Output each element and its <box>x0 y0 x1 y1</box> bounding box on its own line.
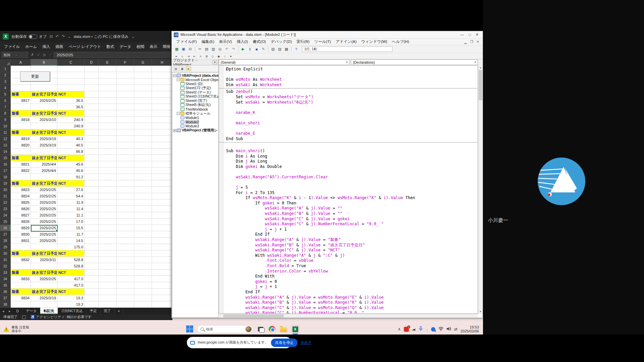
grid-cell[interactable]: 抜き完了日予定日 <box>31 155 57 161</box>
grid-cell[interactable] <box>116 301 134 308</box>
grid-cell[interactable] <box>99 91 116 98</box>
grid-cell[interactable] <box>134 168 152 174</box>
grid-cell[interactable]: 2025/3/10 <box>31 117 57 123</box>
grid-cell[interactable] <box>152 250 172 257</box>
antenna-icon[interactable]: ⌔ <box>426 327 428 331</box>
grid-cell[interactable] <box>152 142 172 148</box>
grid-cell[interactable] <box>85 199 99 206</box>
row-header-18[interactable]: 18 <box>0 174 11 180</box>
project-close-icon[interactable]: ✕ <box>213 60 217 64</box>
grid-cell[interactable] <box>116 91 134 98</box>
grid-cell[interactable] <box>152 238 172 244</box>
row-header-1[interactable]: 1 <box>0 66 11 72</box>
grid-cell[interactable] <box>31 174 57 180</box>
view-object-icon[interactable]: ▣ <box>179 66 185 71</box>
undo-icon[interactable]: ↶ <box>56 34 59 39</box>
sheet-tab-転記先[interactable]: 転記先 <box>40 308 58 314</box>
grid-cell[interactable]: 抜き完了日予定日 <box>31 269 57 276</box>
grid-cell[interactable] <box>99 219 116 225</box>
grid-cell[interactable] <box>134 276 152 282</box>
row-header-34[interactable]: 34 <box>0 276 11 282</box>
grid-cell[interactable]: 8817 <box>11 98 31 104</box>
grid-cell[interactable]: 417.0 <box>57 282 85 289</box>
grid-cell[interactable] <box>152 187 172 193</box>
grid-cell[interactable]: 11.1 <box>57 212 85 219</box>
grid-cell[interactable] <box>152 72 172 78</box>
grid-cell[interactable] <box>116 250 134 257</box>
grid-cell[interactable] <box>152 85 172 91</box>
grid-cell[interactable] <box>152 257 172 263</box>
sheet-scroll-left-icon[interactable]: ◂ <box>0 309 6 313</box>
cancel-entry-icon[interactable]: ✗ <box>31 53 34 57</box>
grid-cell[interactable] <box>85 276 99 282</box>
vba-menu-編集(E)[interactable]: 編集(E) <box>199 39 217 45</box>
grid-cell[interactable]: 2025/3/19 <box>31 136 57 142</box>
grid-cell[interactable] <box>134 269 152 276</box>
grid-cell[interactable]: 2025/4/4 <box>31 168 57 174</box>
scroll-down-icon[interactable]: ▼ <box>478 309 483 314</box>
grid-cell[interactable]: 抜き完了日予定日 <box>31 180 57 187</box>
toggle-folders-icon[interactable]: ▸ <box>186 66 191 71</box>
grid-cell[interactable] <box>99 155 116 161</box>
grid-cell[interactable]: 製番 <box>11 250 31 257</box>
grid-cell[interactable] <box>31 282 57 289</box>
scrollbar-thumb[interactable] <box>479 70 482 100</box>
add-sheet-button[interactable]: + <box>114 308 123 314</box>
child-minimize-icon[interactable]: ▁ <box>464 40 467 44</box>
row-header-33[interactable]: 33 <box>0 269 11 276</box>
grid-cell[interactable]: 8823 <box>11 187 31 193</box>
grid-cell[interactable] <box>85 72 99 78</box>
grid-cell[interactable] <box>85 238 99 244</box>
ribbon-tab-描画[interactable]: 描画 <box>53 43 66 51</box>
grid-cell[interactable] <box>85 66 99 72</box>
grid-cell[interactable] <box>99 295 116 301</box>
grid-cell[interactable]: 45.6 <box>57 168 85 174</box>
grid-cell[interactable]: 40.3 <box>57 136 85 142</box>
grid-cell[interactable]: 27.6 <box>57 187 85 193</box>
grid-cell[interactable] <box>116 212 134 219</box>
tree-item-module3[interactable]: Module3 <box>172 124 218 128</box>
grid-cell[interactable]: NCT <box>57 289 85 295</box>
grid-cell[interactable] <box>152 129 172 136</box>
copy-icon[interactable]: ▤ <box>204 46 210 52</box>
row-header-28[interactable]: 28 <box>0 238 11 244</box>
row-header-35[interactable]: 35 <box>0 282 11 289</box>
grid-cell[interactable]: 2025/3/11 <box>31 257 57 263</box>
grid-cell[interactable]: 抜き完了日予定日 <box>31 129 57 136</box>
grid-cell[interactable]: 36.5 <box>57 98 85 104</box>
grid-cell[interactable]: 2025/2/25 <box>31 276 57 282</box>
object-browser-icon[interactable]: ▩ <box>283 46 289 52</box>
grid-cell[interactable] <box>152 148 172 155</box>
grid-cell[interactable] <box>99 129 116 136</box>
grid-cell[interactable] <box>116 282 134 289</box>
grid-cell[interactable] <box>99 148 116 155</box>
column-header-D[interactable]: D <box>85 59 99 66</box>
grid-cell[interactable]: 8832 <box>11 257 31 263</box>
grid-cell[interactable] <box>85 212 99 219</box>
insert-function-icon[interactable]: fx <box>43 53 46 57</box>
ribbon-tab-数式[interactable]: 数式 <box>104 43 117 51</box>
object-dropdown[interactable]: (General) ▾ <box>219 59 350 65</box>
ribbon-tab-ホーム[interactable]: ホーム <box>22 43 40 51</box>
close-icon[interactable]: ✕ <box>476 33 479 37</box>
grid-cell[interactable] <box>116 187 134 193</box>
grid-cell[interactable] <box>152 110 172 117</box>
meeting-notification-icon[interactable] <box>404 327 409 332</box>
confirm-entry-icon[interactable]: ✓ <box>37 53 40 57</box>
grid-cell[interactable] <box>99 276 116 282</box>
grid-cell[interactable] <box>134 123 152 129</box>
grid-cell[interactable] <box>152 104 172 110</box>
taskbar-search[interactable]: 検索 <box>197 325 253 333</box>
grid-cell[interactable] <box>99 225 116 231</box>
grid-cell[interactable] <box>85 78 99 85</box>
grid-cell[interactable] <box>116 104 134 110</box>
grid-cell[interactable] <box>85 110 99 117</box>
grid-cell[interactable] <box>134 148 152 155</box>
grid-cell[interactable] <box>116 238 134 244</box>
find-icon[interactable]: ◎ <box>217 46 223 52</box>
chrome-taskbar-button[interactable] <box>268 325 276 333</box>
procedure-dropdown[interactable]: (Declarations) ▾ <box>351 59 478 65</box>
grid-cell[interactable] <box>134 199 152 206</box>
grid-cell[interactable] <box>152 225 172 231</box>
grid-cell[interactable] <box>134 91 152 98</box>
